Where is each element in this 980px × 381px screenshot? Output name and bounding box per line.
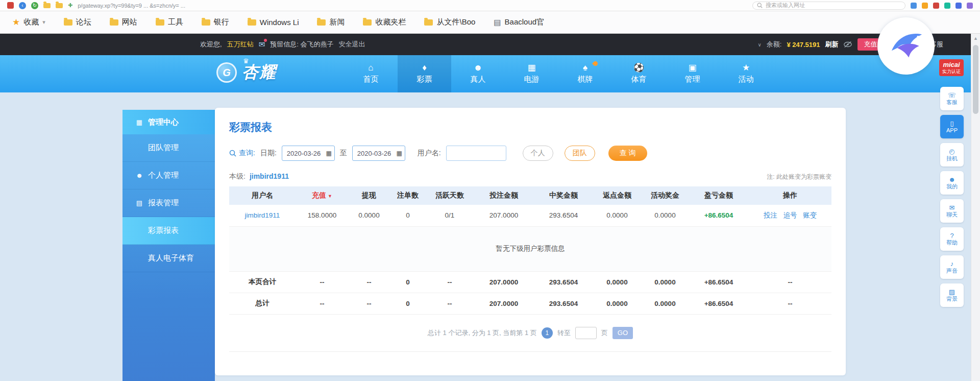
cell: 0/1 [426, 205, 473, 226]
rail-item-app[interactable]: ▯ APP [940, 115, 964, 138]
header-recharge-sortable[interactable]: 充值▼ [296, 186, 349, 205]
nav-item-live[interactable]: ☻ 真人 [451, 55, 505, 92]
page-label: 页 [601, 328, 608, 338]
mail-icon[interactable]: ✉ [259, 40, 265, 49]
grand-total-row: 总计 -- -- 0 -- 207.0000 293.6504 0.0000 0… [229, 293, 831, 314]
bookmark-favorites[interactable]: ★ 收藏 ▾ [12, 17, 45, 28]
nav-item-manage[interactable]: ▣ 管理 [666, 55, 719, 92]
rail-label: 帮助 [946, 240, 958, 246]
nav-item-sports[interactable]: ⚽ 体育 [612, 55, 666, 92]
search-placeholder: 搜索或输入网址 [766, 2, 805, 9]
bookmark-item[interactable]: 银行 [202, 17, 229, 27]
extension-icon[interactable] [7, 2, 14, 9]
extension-icon[interactable] [911, 3, 917, 9]
bookmark-item[interactable]: Windows Li [248, 18, 299, 27]
nav-item-activity[interactable]: ★ 活动 [719, 55, 773, 92]
bookmark-item[interactable]: 收藏夹栏 [363, 17, 406, 27]
clock-icon: ◴ [949, 148, 954, 155]
rail-item-background[interactable]: ▨ 背景 [940, 283, 964, 307]
chat-icon: ✉ [949, 204, 955, 211]
user-link[interactable]: jimbird1911 [245, 211, 280, 219]
extension-icon[interactable] [944, 3, 950, 9]
extension-icon[interactable] [955, 3, 962, 9]
account-change-note: 注: 此处账变为彩票账变 [767, 173, 831, 181]
bookmark-item[interactable]: 新闻 [317, 17, 345, 27]
eye-off-icon[interactable] [843, 41, 852, 48]
date-to-wrap: ▦ [352, 146, 405, 161]
page-title: 彩票报表 [229, 120, 831, 134]
extension-icon[interactable] [922, 3, 928, 9]
username-input[interactable] [446, 146, 506, 161]
date-to-input[interactable] [352, 146, 405, 161]
cell: 0.0000 [593, 293, 642, 314]
sidebar-item-report-manage[interactable]: ▤ 报表管理 [122, 189, 215, 217]
cell-label: 本页合计 [229, 271, 296, 293]
scroll-up-icon[interactable]: ▲ [971, 34, 980, 41]
bookmark-item[interactable]: 从文件\Boo [424, 17, 475, 27]
rail-item-chat[interactable]: ✉ 聊天 [940, 199, 964, 223]
scrollbar-thumb[interactable] [973, 45, 978, 114]
folder-icon[interactable] [43, 3, 51, 8]
go-button[interactable]: GO [612, 327, 633, 339]
account-change-link[interactable]: 账变 [803, 211, 817, 219]
personal-filter-button[interactable]: 个人 [523, 146, 553, 161]
back-icon[interactable]: ‹ [19, 2, 26, 9]
rail-item-mine[interactable]: ☻ 我的 [940, 171, 964, 195]
chevron-down-icon[interactable]: ∨ [757, 42, 761, 47]
extension-icon[interactable] [933, 3, 939, 9]
rail-label: 客服 [946, 99, 958, 105]
bet-detail-link[interactable]: 投注 [764, 211, 777, 219]
current-page[interactable]: 1 [542, 327, 553, 339]
nav-item-lottery[interactable]: ♦ 彩票 [398, 55, 451, 92]
pagination-summary: 总计 1 个记录, 分为 1 页, 当前第 1 页 [428, 328, 537, 338]
table-header-row: 用户名 充值▼ 提现 注单数 活跃天数 投注金额 中奖金额 返点金额 活动奖金 … [229, 186, 831, 205]
lottery-icon: ♦ [422, 63, 427, 72]
rail-label: 背景 [946, 296, 958, 302]
sort-desc-icon: ▼ [328, 194, 332, 199]
account-topbar: 欢迎您, 五万红钻 ✉ 预留信息: 会飞的燕子 安全退出 ∨ 余额: ¥ 247… [0, 34, 971, 55]
star-icon: ★ [12, 17, 20, 28]
rail-item-help[interactable]: ? 帮助 [940, 227, 964, 251]
folder-icon[interactable] [56, 3, 63, 8]
sidebar-header-admin-center[interactable]: ▦ 管理中心 [122, 110, 215, 134]
chase-link[interactable]: 追号 [783, 211, 797, 219]
egames-icon: ▦ [527, 63, 535, 72]
header-win-amount: 中奖金额 [534, 186, 593, 205]
bookmark-item[interactable]: ▤Baacloud官 [494, 17, 544, 27]
date-from-input[interactable] [282, 146, 335, 161]
nav-item-egames[interactable]: ▦ 电游 [505, 55, 558, 92]
extension-icon[interactable] [967, 3, 973, 9]
bookmark-item[interactable]: 论坛 [64, 17, 91, 27]
username-link[interactable]: 五万红钻 [227, 40, 254, 49]
refresh-icon[interactable]: ↻ [31, 2, 38, 9]
team-filter-button[interactable]: 团队 [565, 146, 595, 161]
bookmark-item[interactable]: 网站 [110, 17, 137, 27]
scrollbar[interactable]: ▲ [971, 34, 980, 381]
goto-page-input[interactable] [575, 327, 597, 339]
nav-item-chess[interactable]: ♠ 棋牌 [558, 55, 612, 92]
logout-link[interactable]: 安全退出 [338, 40, 365, 49]
nav-item-home[interactable]: ⌂ 首页 [344, 55, 398, 92]
manage-icon: ▣ [688, 63, 696, 72]
brand-logo[interactable]: G 杏耀 ♛ [216, 61, 277, 84]
search-button[interactable]: 查 询 [608, 146, 647, 161]
sidebar-item-label: 彩票报表 [148, 226, 179, 235]
url-text[interactable]: p/gateway.xp?ty=99&ty=9 ... &s=zhcn/y= .… [78, 3, 747, 9]
sidebar-item-personal-manage[interactable]: ☻ 个人管理 [122, 162, 215, 189]
refresh-balance-link[interactable]: 刷新 [825, 40, 838, 49]
cell: 207.0000 [473, 271, 534, 293]
rail-item-autobet[interactable]: ◴ 挂机 [940, 143, 964, 166]
date-from-wrap: ▦ [282, 146, 335, 161]
nav-label: 彩票 [417, 75, 432, 84]
bookmark-item[interactable]: 工具 [156, 17, 183, 27]
chess-icon: ♠ [583, 63, 587, 72]
sidebar-item-team-manage[interactable]: 团队管理 [122, 134, 215, 162]
level-user-link[interactable]: jimbird1911 [250, 172, 289, 180]
sidebar-item-live-esports[interactable]: 真人电子体育 [122, 245, 215, 272]
sidebar-item-lottery-report[interactable]: 彩票报表 [122, 217, 215, 245]
browser-search-box[interactable]: 搜索或输入网址 [752, 2, 905, 10]
rail-item-service[interactable]: ☏ 客服 [940, 87, 964, 110]
bird-logo[interactable] [877, 17, 935, 75]
rail-item-sound[interactable]: ♪ 声音 [940, 255, 964, 279]
cell: 293.6504 [534, 271, 593, 293]
